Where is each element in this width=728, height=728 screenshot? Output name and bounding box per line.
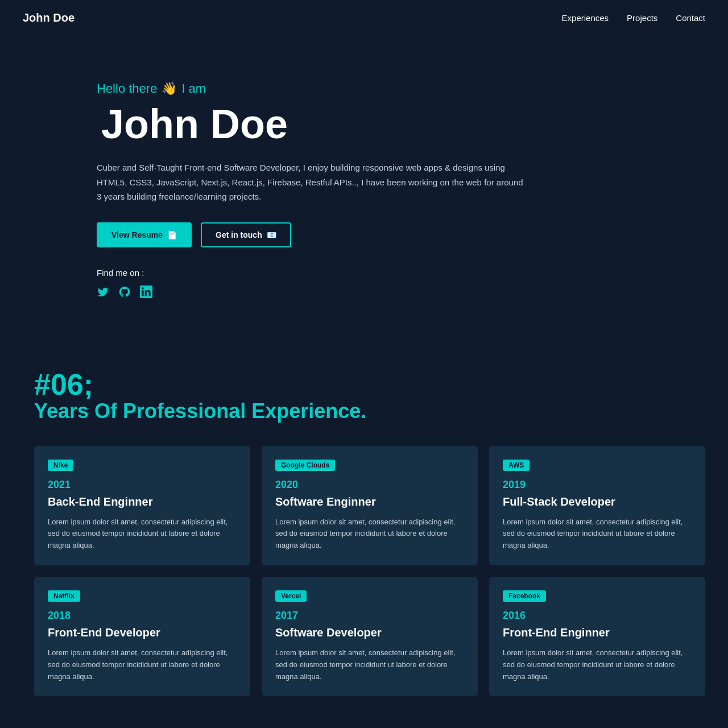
nav-link-projects[interactable]: Projects (627, 13, 657, 23)
nav-item-contact[interactable]: Contact (676, 13, 705, 23)
exp-description: Lorem ipsum dolor sit amet, consectetur … (48, 516, 237, 552)
view-resume-label: View Resume (111, 230, 163, 239)
exp-company-tag: AWS (503, 460, 530, 471)
exp-description: Lorem ipsum dolor sit amet, consectetur … (275, 647, 464, 682)
hero-buttons: View Resume 📄 Get in touch 📧 (97, 222, 705, 247)
exp-year: 2018 (48, 610, 237, 622)
exp-description: Lorem ipsum dolor sit amet, consectetur … (275, 516, 464, 552)
exp-job-title: Full-Stack Developer (503, 495, 692, 508)
exp-year: 2017 (275, 610, 464, 622)
experience-card: Google Clouds 2020 Software Enginner Lor… (262, 446, 478, 565)
exp-number: #06; (34, 370, 705, 399)
twitter-icon[interactable] (97, 286, 109, 301)
iam-text: I am (181, 81, 206, 96)
exp-year: 2019 (503, 479, 692, 491)
experience-card: Nike 2021 Back-End Enginner Lorem ipsum … (34, 446, 250, 565)
exp-job-title: Software Enginner (275, 495, 464, 508)
contact-icon: 📧 (267, 230, 276, 239)
exp-company-tag: Netflix (48, 590, 80, 602)
get-in-touch-label: Get in touch (216, 230, 262, 239)
navbar: John Doe Experiences Projects Contact (0, 0, 728, 36)
exp-description: Lorem ipsum dolor sit amet, consectetur … (48, 647, 237, 682)
exp-company-tag: Google Clouds (275, 460, 335, 471)
linkedin-icon[interactable] (140, 286, 152, 301)
nav-links: Experiences Projects Contact (562, 13, 705, 23)
resume-icon: 📄 (167, 230, 177, 239)
experience-card: Vercel 2017 Software Developer Lorem ips… (262, 577, 478, 696)
hero-section: Hello there 👋 I am John Doe Cuber and Se… (0, 36, 728, 336)
exp-job-title: Front-End Enginner (503, 626, 692, 639)
experience-card: Facebook 2016 Front-End Enginner Lorem i… (489, 577, 705, 696)
exp-description: Lorem ipsum dolor sit amet, consectetur … (503, 516, 692, 552)
get-in-touch-button[interactable]: Get in touch 📧 (201, 222, 291, 247)
exp-company-tag: Facebook (503, 590, 546, 602)
exp-job-title: Software Developer (275, 626, 464, 639)
nav-item-projects[interactable]: Projects (627, 13, 657, 23)
nav-logo: John Doe (23, 11, 75, 24)
exp-year: 2016 (503, 610, 692, 622)
hero-name: John Doe (97, 102, 705, 147)
social-icons (97, 286, 705, 301)
hero-description: Cuber and Self-Taught Front-end Software… (97, 160, 523, 204)
view-resume-button[interactable]: View Resume 📄 (97, 222, 192, 247)
exp-company-tag: Nike (48, 460, 73, 471)
experience-section: #06; Years Of Professional Experience. N… (0, 336, 728, 728)
exp-year: 2020 (275, 479, 464, 491)
exp-company-tag: Vercel (275, 590, 307, 602)
find-me-label: Find me on : (97, 268, 705, 278)
hello-text: Hello there (97, 81, 157, 96)
experience-card: Netflix 2018 Front-End Developer Lorem i… (34, 577, 250, 696)
exp-subtitle: Years Of Professional Experience. (34, 399, 705, 423)
experience-card: AWS 2019 Full-Stack Developer Lorem ipsu… (489, 446, 705, 565)
exp-year: 2021 (48, 479, 237, 491)
github-icon[interactable] (118, 286, 131, 301)
nav-link-experiences[interactable]: Experiences (562, 13, 609, 23)
exp-description: Lorem ipsum dolor sit amet, consectetur … (503, 647, 692, 682)
experience-grid: Nike 2021 Back-End Enginner Lorem ipsum … (34, 446, 705, 697)
nav-link-contact[interactable]: Contact (676, 13, 705, 23)
greeting-line: Hello there 👋 I am (97, 81, 705, 96)
exp-job-title: Back-End Enginner (48, 495, 237, 508)
nav-item-experiences[interactable]: Experiences (562, 13, 609, 23)
exp-job-title: Front-End Developer (48, 626, 237, 639)
wave-icon: 👋 (162, 81, 177, 96)
